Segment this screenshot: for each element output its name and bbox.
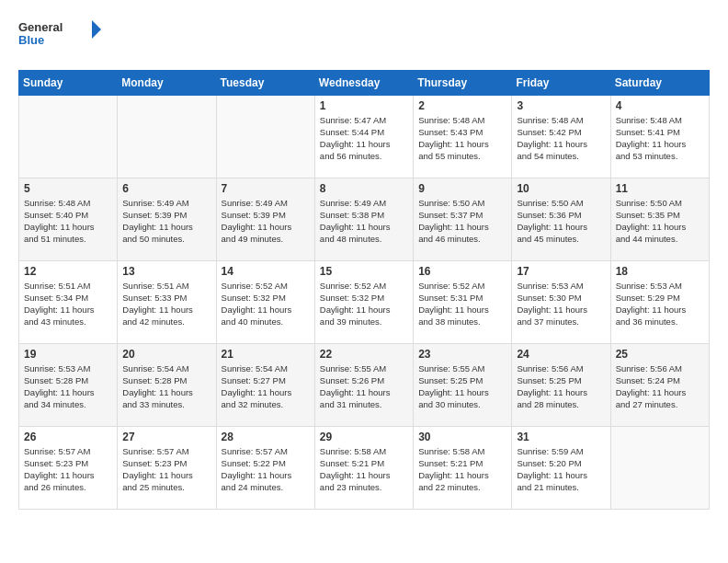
calendar-cell: 30Sunrise: 5:58 AM Sunset: 5:21 PM Dayli… (414, 426, 512, 509)
calendar-cell: 16Sunrise: 5:52 AM Sunset: 5:31 PM Dayli… (414, 260, 512, 343)
calendar-cell: 29Sunrise: 5:58 AM Sunset: 5:21 PM Dayli… (314, 426, 413, 509)
day-number: 9 (418, 182, 506, 195)
svg-text:Blue: Blue (18, 33, 44, 47)
day-info: Sunrise: 5:58 AM Sunset: 5:21 PM Dayligh… (418, 445, 506, 494)
day-number: 13 (122, 265, 210, 278)
weekday-header-friday: Friday (512, 70, 610, 95)
calendar-cell: 12Sunrise: 5:51 AM Sunset: 5:34 PM Dayli… (19, 260, 118, 343)
calendar-week-3: 12Sunrise: 5:51 AM Sunset: 5:34 PM Dayli… (19, 260, 710, 343)
weekday-row: SundayMondayTuesdayWednesdayThursdayFrid… (19, 70, 710, 95)
calendar-cell: 1Sunrise: 5:47 AM Sunset: 5:44 PM Daylig… (314, 95, 413, 178)
day-number: 28 (222, 431, 310, 443)
calendar-cell: 8Sunrise: 5:49 AM Sunset: 5:38 PM Daylig… (314, 178, 413, 260)
logo-svg: General Blue (18, 18, 101, 52)
day-number: 15 (320, 265, 408, 278)
calendar-week-2: 5Sunrise: 5:48 AM Sunset: 5:40 PM Daylig… (19, 178, 710, 260)
calendar-header: SundayMondayTuesdayWednesdayThursdayFrid… (19, 70, 710, 95)
day-number: 7 (222, 182, 310, 195)
calendar-cell (610, 426, 709, 509)
day-number: 19 (24, 348, 112, 361)
page-header: General Blue (18, 18, 710, 55)
day-number: 29 (320, 431, 408, 443)
day-info: Sunrise: 5:49 AM Sunset: 5:38 PM Dayligh… (320, 197, 408, 246)
calendar-cell: 22Sunrise: 5:55 AM Sunset: 5:26 PM Dayli… (314, 343, 413, 426)
weekday-header-saturday: Saturday (610, 70, 709, 95)
day-info: Sunrise: 5:50 AM Sunset: 5:35 PM Dayligh… (616, 197, 704, 246)
day-number: 24 (517, 348, 605, 361)
calendar-cell: 3Sunrise: 5:48 AM Sunset: 5:42 PM Daylig… (512, 95, 610, 178)
calendar-cell: 9Sunrise: 5:50 AM Sunset: 5:37 PM Daylig… (414, 178, 512, 260)
day-info: Sunrise: 5:57 AM Sunset: 5:23 PM Dayligh… (122, 445, 210, 494)
day-info: Sunrise: 5:54 AM Sunset: 5:28 PM Dayligh… (122, 362, 210, 411)
day-info: Sunrise: 5:51 AM Sunset: 5:33 PM Dayligh… (122, 280, 210, 328)
calendar-cell: 28Sunrise: 5:57 AM Sunset: 5:22 PM Dayli… (216, 426, 314, 509)
day-number: 1 (320, 99, 408, 112)
weekday-header-sunday: Sunday (19, 70, 118, 95)
calendar-cell: 20Sunrise: 5:54 AM Sunset: 5:28 PM Dayli… (118, 343, 216, 426)
day-info: Sunrise: 5:53 AM Sunset: 5:28 PM Dayligh… (24, 362, 112, 411)
calendar-cell: 13Sunrise: 5:51 AM Sunset: 5:33 PM Dayli… (118, 260, 216, 343)
day-number: 30 (418, 431, 506, 443)
calendar-body: 1Sunrise: 5:47 AM Sunset: 5:44 PM Daylig… (19, 95, 710, 509)
calendar-cell: 27Sunrise: 5:57 AM Sunset: 5:23 PM Dayli… (118, 426, 216, 509)
day-number: 2 (418, 99, 506, 112)
day-info: Sunrise: 5:57 AM Sunset: 5:22 PM Dayligh… (222, 445, 310, 494)
day-number: 27 (122, 431, 210, 443)
day-number: 6 (122, 182, 210, 195)
day-number: 11 (616, 182, 704, 195)
day-info: Sunrise: 5:55 AM Sunset: 5:25 PM Dayligh… (418, 362, 506, 411)
day-info: Sunrise: 5:56 AM Sunset: 5:25 PM Dayligh… (517, 362, 605, 411)
day-number: 4 (616, 99, 704, 112)
day-info: Sunrise: 5:52 AM Sunset: 5:31 PM Dayligh… (418, 280, 506, 328)
day-info: Sunrise: 5:48 AM Sunset: 5:41 PM Dayligh… (616, 114, 704, 163)
calendar-cell: 5Sunrise: 5:48 AM Sunset: 5:40 PM Daylig… (19, 178, 118, 260)
day-number: 21 (222, 348, 310, 361)
calendar-week-5: 26Sunrise: 5:57 AM Sunset: 5:23 PM Dayli… (19, 426, 710, 509)
day-info: Sunrise: 5:51 AM Sunset: 5:34 PM Dayligh… (24, 280, 112, 328)
day-number: 22 (320, 348, 408, 361)
day-number: 8 (320, 182, 408, 195)
day-info: Sunrise: 5:49 AM Sunset: 5:39 PM Dayligh… (122, 197, 210, 246)
day-info: Sunrise: 5:47 AM Sunset: 5:44 PM Dayligh… (320, 114, 408, 163)
calendar-cell: 26Sunrise: 5:57 AM Sunset: 5:23 PM Dayli… (19, 426, 118, 509)
svg-text:General: General (18, 20, 63, 34)
calendar-cell: 18Sunrise: 5:53 AM Sunset: 5:29 PM Dayli… (610, 260, 709, 343)
calendar-cell (19, 95, 118, 178)
calendar-cell: 4Sunrise: 5:48 AM Sunset: 5:41 PM Daylig… (610, 95, 709, 178)
calendar-week-4: 19Sunrise: 5:53 AM Sunset: 5:28 PM Dayli… (19, 343, 710, 426)
logo-text: General Blue (18, 18, 101, 55)
calendar-cell: 24Sunrise: 5:56 AM Sunset: 5:25 PM Dayli… (512, 343, 610, 426)
day-number: 18 (616, 265, 704, 278)
day-info: Sunrise: 5:50 AM Sunset: 5:37 PM Dayligh… (418, 197, 506, 246)
day-info: Sunrise: 5:53 AM Sunset: 5:29 PM Dayligh… (616, 280, 704, 328)
calendar-cell: 17Sunrise: 5:53 AM Sunset: 5:30 PM Dayli… (512, 260, 610, 343)
calendar-cell: 14Sunrise: 5:52 AM Sunset: 5:32 PM Dayli… (216, 260, 314, 343)
calendar-cell: 15Sunrise: 5:52 AM Sunset: 5:32 PM Dayli… (314, 260, 413, 343)
day-info: Sunrise: 5:48 AM Sunset: 5:40 PM Dayligh… (24, 197, 112, 246)
calendar-cell: 7Sunrise: 5:49 AM Sunset: 5:39 PM Daylig… (216, 178, 314, 260)
calendar-cell: 11Sunrise: 5:50 AM Sunset: 5:35 PM Dayli… (610, 178, 709, 260)
day-info: Sunrise: 5:48 AM Sunset: 5:43 PM Dayligh… (418, 114, 506, 163)
day-number: 14 (222, 265, 310, 278)
calendar-cell: 31Sunrise: 5:59 AM Sunset: 5:20 PM Dayli… (512, 426, 610, 509)
day-info: Sunrise: 5:57 AM Sunset: 5:23 PM Dayligh… (24, 445, 112, 494)
calendar-table: SundayMondayTuesdayWednesdayThursdayFrid… (18, 70, 710, 510)
day-info: Sunrise: 5:50 AM Sunset: 5:36 PM Dayligh… (517, 197, 605, 246)
calendar-cell: 2Sunrise: 5:48 AM Sunset: 5:43 PM Daylig… (414, 95, 512, 178)
day-info: Sunrise: 5:48 AM Sunset: 5:42 PM Dayligh… (517, 114, 605, 163)
day-info: Sunrise: 5:59 AM Sunset: 5:20 PM Dayligh… (517, 445, 605, 494)
day-number: 10 (517, 182, 605, 195)
day-info: Sunrise: 5:56 AM Sunset: 5:24 PM Dayligh… (616, 362, 704, 411)
weekday-header-tuesday: Tuesday (216, 70, 314, 95)
weekday-header-wednesday: Wednesday (314, 70, 413, 95)
day-info: Sunrise: 5:52 AM Sunset: 5:32 PM Dayligh… (222, 280, 310, 328)
day-info: Sunrise: 5:58 AM Sunset: 5:21 PM Dayligh… (320, 445, 408, 494)
weekday-header-thursday: Thursday (414, 70, 512, 95)
calendar-cell: 21Sunrise: 5:54 AM Sunset: 5:27 PM Dayli… (216, 343, 314, 426)
day-number: 3 (517, 99, 605, 112)
calendar-week-1: 1Sunrise: 5:47 AM Sunset: 5:44 PM Daylig… (19, 95, 710, 178)
day-number: 16 (418, 265, 506, 278)
day-number: 17 (517, 265, 605, 278)
day-number: 31 (517, 431, 605, 443)
calendar-cell (216, 95, 314, 178)
